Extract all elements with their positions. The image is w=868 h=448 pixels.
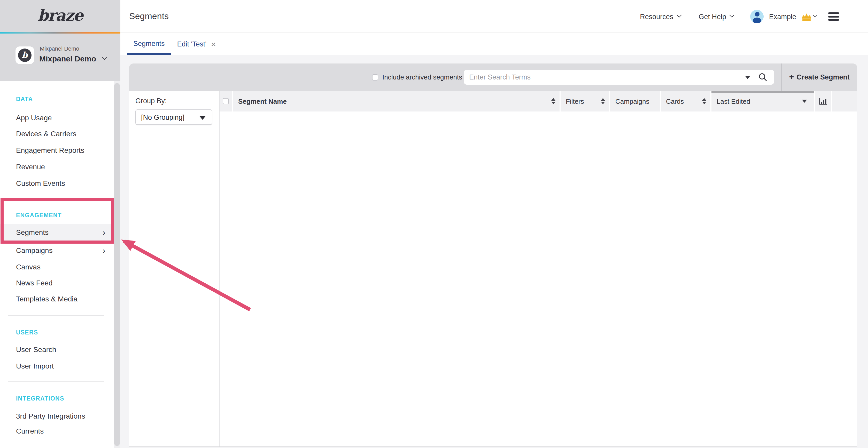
column-segment-name[interactable]: Segment Name: [233, 91, 561, 111]
table-body-empty: [220, 111, 857, 446]
table-header-row: Segment Name Filters Campaigns Cards: [220, 91, 857, 111]
get-help-menu[interactable]: Get Help: [699, 13, 734, 21]
group-by-label: Group By:: [135, 97, 167, 105]
column-spacer: [832, 91, 857, 111]
workspace-name[interactable]: Mixpanel Demo: [39, 54, 106, 63]
sidebar-item-templates-media[interactable]: Templates & Media: [0, 294, 114, 304]
sidebar-item-segments[interactable]: Segments ›: [0, 224, 114, 241]
sort-icon[interactable]: [601, 98, 605, 104]
close-icon[interactable]: ×: [211, 40, 216, 48]
column-campaigns[interactable]: Campaigns: [610, 91, 661, 111]
sort-desc-icon[interactable]: [802, 100, 807, 103]
card-body: Group By: [No Grouping] Segment Name: [129, 91, 857, 446]
braze-dashboard: Segments Resources Get Help Example: [0, 0, 868, 448]
chevron-down-icon: [102, 55, 107, 60]
group-by-value: [No Grouping]: [136, 113, 184, 121]
sidebar-item-devices-carriers[interactable]: Devices & Carriers: [0, 129, 114, 139]
sidebar-item-3rd-party-integrations[interactable]: 3rd Party Integrations: [0, 411, 114, 421]
chevron-down-icon[interactable]: [812, 12, 817, 18]
dropdown-arrow-icon: [199, 116, 206, 120]
column-filters[interactable]: Filters: [561, 91, 610, 111]
workspace-app-icon: b: [16, 46, 34, 64]
sidebar-section-data: DATA: [16, 94, 33, 104]
select-all-cell: [220, 91, 233, 111]
select-all-checkbox[interactable]: [223, 98, 229, 104]
sidebar-item-user-import[interactable]: User Import: [0, 361, 114, 371]
page-title: Segments: [129, 0, 169, 33]
crown-icon: [801, 12, 812, 21]
group-by-panel: Group By: [No Grouping]: [129, 91, 220, 446]
avatar-head: [755, 12, 760, 16]
hamburger-menu-icon[interactable]: [828, 12, 839, 21]
sort-icon[interactable]: [551, 98, 555, 104]
brand-gradient-bar: [0, 32, 120, 34]
tab-bar: Segments Edit 'Test' ×: [120, 34, 868, 55]
workspace-selector[interactable]: b Mixpanel Demo Mixpanel Demo: [0, 34, 120, 81]
avatar-torso: [753, 18, 761, 23]
bar-chart-icon: [819, 97, 827, 105]
chevron-down-icon: [730, 12, 735, 18]
sort-icon[interactable]: [702, 98, 706, 104]
search-dropdown-caret-icon[interactable]: [745, 76, 750, 79]
segments-table: Segment Name Filters Campaigns Cards: [220, 91, 857, 446]
plus-icon: +: [789, 72, 794, 81]
chevron-right-icon: ›: [102, 228, 105, 237]
create-segment-button[interactable]: + Create Segment: [782, 64, 857, 91]
sidebar-item-custom-events[interactable]: Custom Events: [0, 178, 114, 188]
sidebar-section-integrations: INTEGRATIONS: [16, 393, 64, 404]
sidebar-item-canvas[interactable]: Canvas: [0, 262, 114, 272]
tab-segments[interactable]: Segments: [127, 34, 171, 55]
include-archived-label: Include archived segments: [382, 64, 462, 91]
column-last-edited[interactable]: Last Edited: [711, 91, 815, 111]
resources-menu[interactable]: Resources: [640, 13, 681, 21]
sidebar-scrollbar[interactable]: [114, 81, 120, 448]
scrollbar-thumb[interactable]: [114, 83, 120, 446]
include-archived-checkbox[interactable]: [372, 74, 378, 80]
get-help-label: Get Help: [699, 13, 726, 21]
top-header: Segments Resources Get Help Example: [0, 0, 868, 33]
chevron-right-icon: ›: [102, 246, 105, 255]
workspace-company: Mixpanel Demo: [40, 45, 79, 51]
sidebar-item-revenue[interactable]: Revenue: [0, 162, 114, 172]
sidebar-section-users: USERS: [16, 327, 38, 338]
resources-label: Resources: [640, 13, 673, 21]
sidebar-item-currents[interactable]: Currents: [0, 426, 114, 436]
sidebar-section-engagement: ENGAGEMENT: [16, 210, 62, 220]
app-icon-letter: b: [18, 48, 32, 62]
sidebar-nav: DATA App Usage Devices & Carriers Engage…: [0, 81, 114, 448]
column-cards[interactable]: Cards: [661, 91, 711, 111]
filter-bar: Include archived segments + Create Segme…: [129, 64, 857, 91]
sidebar-item-campaigns[interactable]: Campaigns ›: [0, 242, 114, 259]
tab-edit-test[interactable]: Edit 'Test' ×: [171, 34, 222, 55]
avatar[interactable]: [750, 10, 764, 23]
sidebar-item-app-usage[interactable]: App Usage: [0, 112, 114, 123]
sidebar-divider: [8, 315, 104, 316]
chevron-down-icon: [677, 12, 682, 18]
sidebar-item-user-search[interactable]: User Search: [0, 344, 114, 354]
sidebar-item-news-feed[interactable]: News Feed: [0, 278, 114, 288]
user-name[interactable]: Example: [769, 13, 796, 21]
sidebar-item-engagement-reports[interactable]: Engagement Reports: [0, 145, 114, 156]
search-icon[interactable]: [758, 73, 767, 81]
sidebar-divider: [8, 381, 104, 382]
column-analytics[interactable]: [815, 91, 832, 111]
segments-panel: Include archived segments + Create Segme…: [129, 64, 857, 447]
header-right: Resources Get Help Example: [640, 0, 839, 33]
group-by-select[interactable]: [No Grouping]: [135, 109, 212, 125]
logo-block: braze: [0, 0, 120, 34]
search-input[interactable]: [469, 70, 738, 84]
braze-logo: braze: [38, 6, 83, 27]
